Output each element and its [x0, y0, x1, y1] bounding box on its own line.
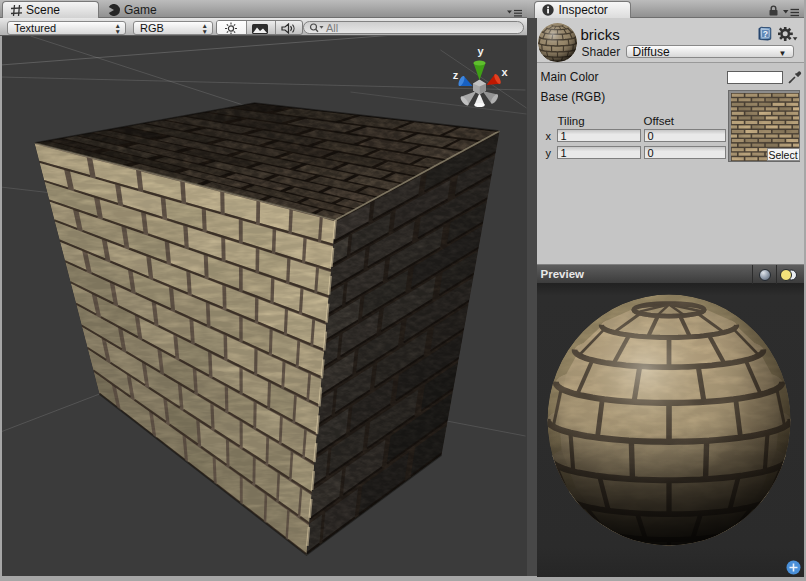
- svg-text:y: y: [477, 45, 484, 57]
- svg-text:z: z: [452, 69, 458, 81]
- svg-text:x: x: [501, 66, 508, 78]
- svg-text:?: ?: [762, 29, 767, 39]
